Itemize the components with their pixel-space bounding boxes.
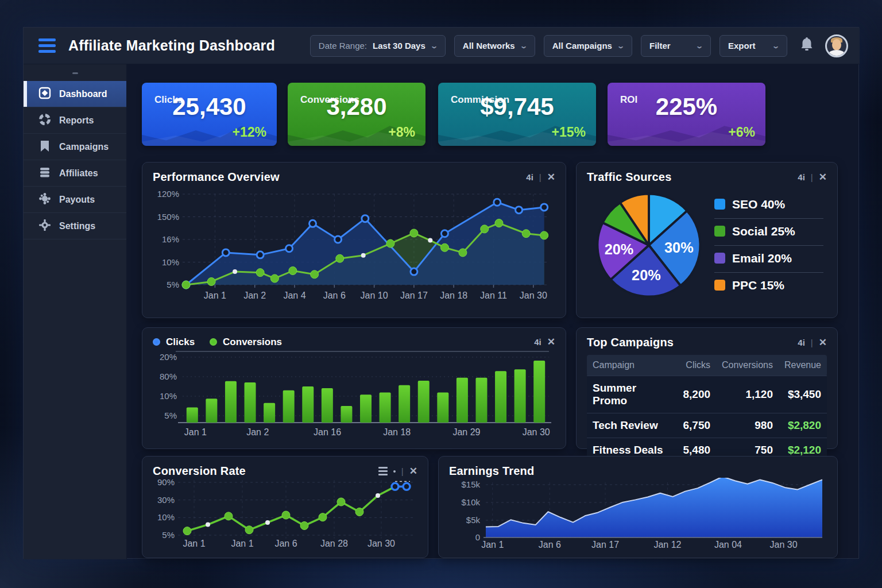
kpi-value: 25,430 <box>142 93 277 121</box>
svg-text:Jan 12: Jan 12 <box>653 540 681 548</box>
close-icon[interactable]: ✕ <box>547 171 555 183</box>
revenue-value: $3,450 <box>779 376 827 413</box>
panel-options-icon[interactable]: 4i <box>798 172 805 182</box>
chevron-down-icon: ⌄ <box>430 42 438 50</box>
legend-label: PPC 15% <box>732 278 784 292</box>
sidebar-handle <box>72 72 78 74</box>
sidebar-item-label: Affiliates <box>59 168 98 179</box>
close-icon[interactable]: ✕ <box>409 465 417 477</box>
panel-title: Conversion Rate <box>153 465 246 478</box>
legend-label: Clicks <box>166 336 195 348</box>
svg-text:Jan 18: Jan 18 <box>440 291 467 300</box>
legend-item-conversions[interactable]: Conversions <box>210 336 282 348</box>
kpi-card-roi[interactable]: ROI225%+6% <box>608 83 765 146</box>
kpi-delta: +8% <box>388 125 415 140</box>
legend-item-clicks[interactable]: Clicks <box>153 336 195 348</box>
clicks-conversions-panel: ClicksConversions 4i ✕ 20%80%10%5%Jan 1J… <box>142 327 566 449</box>
svg-text:$15k: $15k <box>461 479 480 489</box>
svg-text:Jan 1: Jan 1 <box>183 539 205 548</box>
campaign-name: Summer Promo <box>587 376 677 413</box>
table-row[interactable]: Summer Promo8,2001,120$3,450 <box>587 376 827 413</box>
sidebar-item-reports[interactable]: Reports <box>24 107 126 134</box>
date-range-dropdown[interactable]: Date Range: Last 30 Days ⌄ <box>310 35 446 57</box>
legend-item-ppc[interactable]: PPC 15% <box>714 273 823 299</box>
date-range-value: Last 30 Days <box>373 41 425 51</box>
svg-text:Jan 1: Jan 1 <box>481 540 504 548</box>
legend-swatch <box>714 226 725 237</box>
top-campaigns-table: CampaignClicksConversionsRevenue Summer … <box>587 355 827 462</box>
svg-text:Jan 1: Jan 1 <box>231 539 253 548</box>
panel-title: Earnings Trend <box>449 465 534 478</box>
svg-text:Jan 1: Jan 1 <box>184 427 207 437</box>
legend-item-seo[interactable]: SEO 40% <box>714 192 823 219</box>
kpi-value: $9,745 <box>438 93 596 121</box>
kpi-card-row: Clicks25,430+12%Conversions3,280+8%Commi… <box>142 83 765 146</box>
legend-item-social[interactable]: Social 25% <box>714 219 823 246</box>
campaigns-dropdown[interactable]: All Campaigns ⌄ <box>544 35 632 57</box>
svg-text:Jan 28: Jan 28 <box>320 539 348 548</box>
panel-options-icon[interactable]: 4i <box>526 172 533 182</box>
user-avatar[interactable] <box>825 34 848 57</box>
legend-swatch <box>714 199 725 210</box>
kpi-value: 3,280 <box>288 93 425 121</box>
svg-text:Jan 29: Jan 29 <box>452 427 480 437</box>
kpi-card-clicks[interactable]: Clicks25,430+12% <box>142 83 277 146</box>
reports-icon <box>38 113 51 128</box>
legend-label: Social 25% <box>732 225 795 238</box>
svg-text:Jan 16: Jan 16 <box>314 427 341 437</box>
affiliates-icon <box>38 166 51 181</box>
svg-text:5%: 5% <box>167 280 179 289</box>
conversion-rate-chart: 90%30%10%5%Jan 1Jan 1Jan 6Jan 28Jan 30 <box>153 478 417 548</box>
svg-text:150%: 150% <box>157 212 179 222</box>
svg-text:20%: 20% <box>605 241 634 257</box>
panel-menu-icon[interactable] <box>378 467 388 475</box>
kpi-card-conversions[interactable]: Conversions3,280+8% <box>288 83 425 146</box>
column-header-campaign[interactable]: Campaign <box>587 355 677 376</box>
close-icon[interactable]: ✕ <box>819 171 827 183</box>
panel-title: Traffic Sources <box>587 171 672 184</box>
legend-swatch <box>714 280 725 291</box>
svg-text:5%: 5% <box>164 411 177 420</box>
close-icon[interactable]: ✕ <box>547 336 555 348</box>
page-title: Affiliate Marketing Dashboard <box>68 37 275 54</box>
svg-text:10%: 10% <box>157 512 175 522</box>
panel-options-icon[interactable]: 4i <box>534 337 541 347</box>
sidebar-item-settings[interactable]: Settings <box>24 213 126 239</box>
sidebar-item-dashboard[interactable]: Dashboard <box>24 81 126 107</box>
export-button[interactable]: Export ⌄ <box>719 35 787 57</box>
svg-text:Jan 30: Jan 30 <box>520 291 547 300</box>
kpi-delta: +15% <box>552 125 586 140</box>
hamburger-menu-icon[interactable] <box>38 38 56 53</box>
filter-button[interactable]: Filter ⌄ <box>641 35 711 57</box>
column-header-clicks[interactable]: Clicks <box>677 355 716 376</box>
svg-text:10%: 10% <box>160 391 177 401</box>
sidebar-item-label: Campaigns <box>59 142 109 152</box>
close-icon[interactable]: ✕ <box>819 336 827 349</box>
column-header-conversions[interactable]: Conversions <box>716 355 779 376</box>
dot-icon <box>393 470 396 473</box>
top-header: Affiliate Marketing Dashboard Date Range… <box>24 28 860 64</box>
sidebar-item-label: Settings <box>59 221 95 231</box>
notifications-bell-icon[interactable] <box>799 37 814 55</box>
traffic-pie-chart: 30%20%20% <box>587 184 711 307</box>
chevron-down-icon: ⌄ <box>695 42 703 50</box>
networks-dropdown[interactable]: All Networks ⌄ <box>454 35 535 57</box>
svg-text:80%: 80% <box>160 372 177 381</box>
earnings-area-chart: $15k$10k$5k0Jan 1Jan 6Jan 17Jan 12Jan 04… <box>449 478 827 548</box>
payouts-icon <box>38 192 51 207</box>
kpi-card-commission[interactable]: Commission$9,745+15% <box>438 83 596 146</box>
svg-text:Jan 2: Jan 2 <box>243 291 266 300</box>
chart-legend: ClicksConversions <box>153 336 282 348</box>
column-header-revenue[interactable]: Revenue <box>779 355 827 376</box>
legend-item-email[interactable]: Email 20% <box>714 246 823 273</box>
sidebar-item-affiliates[interactable]: Affiliates <box>24 160 126 187</box>
svg-text:Jan 30: Jan 30 <box>770 540 798 548</box>
header-controls: Date Range: Last 30 Days ⌄ All Networks … <box>310 34 848 57</box>
sidebar-item-campaigns[interactable]: Campaigns <box>24 134 126 160</box>
panel-options-icon[interactable]: 4i <box>798 338 805 347</box>
divider: | <box>539 172 541 182</box>
clicks-value: 6,750 <box>677 413 716 438</box>
sidebar-item-payouts[interactable]: Payouts <box>24 187 126 213</box>
table-row[interactable]: Tech Review6,750980$2,820 <box>587 413 827 438</box>
kpi-delta: +12% <box>233 125 266 140</box>
